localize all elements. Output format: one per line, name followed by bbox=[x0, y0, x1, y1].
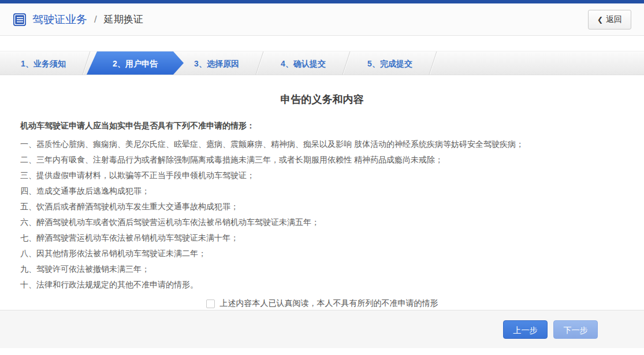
previous-step-button[interactable]: 上一步 bbox=[503, 320, 548, 339]
breadcrumb: 驾驶证业务 / 延期换证 bbox=[13, 12, 143, 27]
declaration-list: 一、器质性心脏病、癫痫病、美尼尔氏症、眩晕症、癔病、震颤麻痹、精神病、痴呆以及影… bbox=[20, 136, 624, 293]
declaration-item: 三、提供虚假申请材料，以欺骗等不正当手段申领机动车驾驶证； bbox=[20, 168, 624, 183]
step-tab[interactable]: 4、确认提交 bbox=[260, 51, 347, 75]
agreement-row: 上述内容本人已认真阅读，本人不具有所列的不准申请的情形 bbox=[20, 298, 624, 309]
step-progress-bar: 1、业务须知 2、用户申告 3、选择原因 4、确认提交 5、完成提交 bbox=[0, 51, 644, 75]
main-content: 申告的义务和内容 机动车驾驶证申请人应当如实申告是否具有下列不准申请的情形： 一… bbox=[0, 75, 644, 309]
step-tab[interactable]: 1、业务须知 bbox=[0, 51, 87, 75]
header: 驾驶证业务 / 延期换证 ❮ 返回 bbox=[0, 3, 644, 36]
step-tab[interactable]: 2、用户申告 bbox=[87, 51, 184, 75]
agreement-checkbox[interactable] bbox=[206, 299, 215, 308]
declaration-item: 一、器质性心脏病、癫痫病、美尼尔氏症、眩晕症、癔病、震颤麻痹、精神病、痴呆以及影… bbox=[20, 136, 624, 152]
back-chevron-icon: ❮ bbox=[597, 16, 603, 24]
page-title: 驾驶证业务 bbox=[32, 12, 87, 27]
list-icon bbox=[13, 13, 27, 27]
step-tab-label: 1、业务须知 bbox=[21, 59, 66, 68]
content-title: 申告的义务和内容 bbox=[20, 93, 624, 106]
declaration-item: 五、饮酒后或者醉酒驾驶机动车发生重大交通事故构成犯罪； bbox=[20, 199, 624, 215]
step-tab[interactable]: 5、完成提交 bbox=[347, 51, 433, 75]
declaration-item: 七、醉酒驾驶营运机动车依法被吊销机动车驾驶证未满十年； bbox=[20, 230, 624, 246]
step-tab-label: 3、选择原因 bbox=[194, 59, 239, 68]
declaration-intro: 机动车驾驶证申请人应当如实申告是否具有下列不准申请的情形： bbox=[20, 119, 624, 132]
declaration-item: 六、醉酒驾驶机动车或者饮酒后驾驶营运机动车依法被吊销机动车驾驶证未满五年； bbox=[20, 215, 624, 230]
step-tab-label: 4、确认提交 bbox=[281, 59, 326, 68]
step-tab[interactable]: 3、选择原因 bbox=[173, 51, 260, 75]
step-tab-label: 2、用户申告 bbox=[113, 59, 158, 68]
page-subtitle: 延期换证 bbox=[104, 13, 143, 26]
next-step-button[interactable]: 下一步 bbox=[553, 320, 598, 339]
back-button[interactable]: ❮ 返回 bbox=[588, 10, 631, 29]
breadcrumb-separator: / bbox=[94, 14, 97, 25]
declaration-item: 十、法律和行政法规规定的其他不准申请的情形。 bbox=[20, 277, 624, 293]
page: 驾驶证业务 / 延期换证 ❮ 返回 1、业务须知 2、用户申告 3、选择原因 4… bbox=[0, 0, 644, 355]
agreement-label: 上述内容本人已认真阅读，本人不具有所列的不准申请的情形 bbox=[220, 298, 438, 309]
declaration-item: 八、因其他情形依法被吊销机动车驾驶证未满二年； bbox=[20, 246, 624, 261]
declaration-item: 四、造成交通事故后逃逸构成犯罪； bbox=[20, 183, 624, 199]
declaration-item: 二、三年内有吸食、注射毒品行为或者解除强制隔离戒毒措施未满三年，或者长期服用依赖… bbox=[20, 152, 624, 168]
declaration-item: 九、驾驶许可依法被撤销未满三年； bbox=[20, 261, 624, 277]
footer-action-bar: 上一步 下一步 bbox=[0, 310, 644, 348]
step-tab-label: 5、完成提交 bbox=[367, 59, 412, 68]
back-button-label: 返回 bbox=[606, 14, 622, 25]
